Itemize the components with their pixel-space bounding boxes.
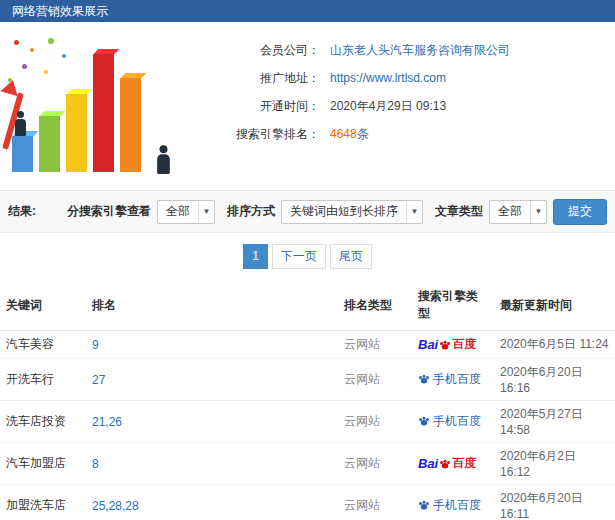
type-filter-value: 全部 [490,203,530,220]
baidu-logo-bai: Bai [418,337,438,352]
decor-dot [30,48,34,52]
engine-filter-value: 全部 [158,203,198,220]
paw-icon [418,499,430,511]
chevron-down-icon: ▼ [530,201,546,223]
mobile-baidu-label: 手机百度 [433,413,481,430]
sort-filter-label: 排序方式 [227,203,275,220]
mobile-baidu-label: 手机百度 [433,497,481,514]
table-row: 汽车加盟店 8 云网站 Bai 百度 2020年6月2日 16:12 [0,443,615,485]
table-row: 汽车美容 9 云网站 Bai 百度 2020年6月5日 11:24 [0,331,615,359]
paw-icon [418,373,430,385]
engine-filter-select[interactable]: 全部 ▼ [157,200,215,224]
table-row: 洗车店投资 21,26 云网站 手机百度 2020年5月27日 14:58 [0,401,615,443]
baidu-logo: Bai 百度 [418,336,476,353]
rank-type-cell: 云网站 [338,331,412,359]
info-row-url: 推广地址： https://www.lrtlsd.com [190,64,615,92]
engine-cell: Bai 百度 [412,443,494,485]
decor-dot [22,64,27,69]
rank-link[interactable]: 9 [92,338,99,352]
baidu-logo: Bai 百度 [418,455,476,472]
type-filter-label: 文章类型 [435,203,483,220]
rank-link[interactable]: 25,28,28 [92,499,139,513]
rank-type-cell: 云网站 [338,443,412,485]
col-header-update-time: 最新更新时间 [494,280,615,331]
info-row-company: 会员公司： 山东老人头汽车服务咨询有限公司 [190,36,615,64]
open-time-value: 2020年4月29日 09:13 [330,98,446,115]
sort-filter-select[interactable]: 关键词由短到长排序 ▼ [281,200,423,224]
results-table: 关键词 排名 排名类型 搜索引擎类型 最新更新时间 汽车美容 9 云网站 Bai… [0,280,615,520]
submit-button[interactable]: 提交 [553,199,607,225]
rank-link[interactable]: 27 [92,373,105,387]
paw-icon [439,458,451,470]
company-link[interactable]: 山东老人头汽车服务咨询有限公司 [330,42,510,59]
keyword-cell: 开洗车行 [0,359,86,401]
company-label: 会员公司： [190,42,320,59]
bar-graphic [39,116,60,172]
paw-icon [439,339,451,351]
engine-cell: 手机百度 [412,359,494,401]
rank-link[interactable]: 8 [92,457,99,471]
sort-filter-value: 关键词由短到长排序 [282,203,406,220]
type-filter-select[interactable]: 全部 ▼ [489,200,547,224]
page-1-button[interactable]: 1 [243,244,268,269]
mobile-baidu-logo: 手机百度 [418,413,481,430]
rank-type-cell: 云网站 [338,485,412,520]
results-filter-bar: 结果: 分搜索引擎查看 全部 ▼ 排序方式 关键词由短到长排序 ▼ 文章类型 全… [0,191,615,233]
engine-cell: Bai 百度 [412,331,494,359]
mobile-baidu-label: 手机百度 [433,371,481,388]
table-row: 加盟洗车店 25,28,28 云网站 手机百度 2020年6月20日 16:11 [0,485,615,520]
decor-dot [14,40,19,45]
col-header-engine-type: 搜索引擎类型 [412,280,494,331]
next-page-button[interactable]: 下一页 [272,244,326,269]
promo-url-link[interactable]: https://www.lrtlsd.com [330,71,446,85]
filter-group: 分搜索引擎查看 全部 ▼ 排序方式 关键词由短到长排序 ▼ 文章类型 全部 ▼ … [61,199,607,225]
col-header-keyword: 关键词 [0,280,86,331]
update-time-cell: 2020年6月20日 16:11 [494,485,615,520]
person-figure [157,145,170,174]
keyword-cell: 汽车美容 [0,331,86,359]
rank-link[interactable]: 21,26 [92,415,122,429]
last-page-button[interactable]: 尾页 [330,244,372,269]
keyword-cell: 洗车店投资 [0,401,86,443]
info-row-open-time: 开通时间： 2020年4月29日 09:13 [190,92,615,120]
rank-count-value: 4648条 [330,126,369,143]
engine-cell: 手机百度 [412,485,494,520]
mobile-baidu-logo: 手机百度 [418,371,481,388]
engine-cell: 手机百度 [412,401,494,443]
decor-dot [48,38,54,44]
col-header-rank: 排名 [86,280,338,331]
table-row: 开洗车行 27 云网站 手机百度 2020年6月20日 16:16 [0,359,615,401]
bar-graphic [93,54,114,172]
col-header-rank-type: 排名类型 [338,280,412,331]
rank-type-cell: 云网站 [338,401,412,443]
chevron-down-icon: ▼ [406,201,422,223]
chevron-down-icon: ▼ [198,201,214,223]
results-label: 结果: [8,203,36,220]
bar-graphic [12,136,33,172]
baidu-logo-du: 百度 [452,336,476,353]
chart-illustration [0,30,190,180]
update-time-cell: 2020年5月27日 14:58 [494,401,615,443]
open-time-label: 开通时间： [190,98,320,115]
table-header-row: 关键词 排名 排名类型 搜索引擎类型 最新更新时间 [0,280,615,331]
baidu-logo-du: 百度 [452,455,476,472]
mobile-baidu-logo: 手机百度 [418,497,481,514]
rank-type-cell: 云网站 [338,359,412,401]
bar-graphic [120,78,141,172]
bar-graphic [66,94,87,172]
rank-count-label: 搜索引擎排名： [190,126,320,143]
update-time-cell: 2020年6月2日 16:12 [494,443,615,485]
baidu-logo-bai: Bai [418,456,438,471]
engine-filter-label: 分搜索引擎查看 [67,203,151,220]
account-info-section: 会员公司： 山东老人头汽车服务咨询有限公司 推广地址： https://www.… [0,22,615,191]
keyword-cell: 加盟洗车店 [0,485,86,520]
decor-dot [62,54,66,58]
rank-count-unit: 条 [357,127,369,141]
keyword-cell: 汽车加盟店 [0,443,86,485]
decor-dot [44,70,48,74]
pagination: 1 下一页 尾页 [0,244,615,269]
update-time-cell: 2020年6月5日 11:24 [494,331,615,359]
rank-count-number: 4648 [330,127,357,141]
paw-icon [418,415,430,427]
person-figure [15,111,26,136]
